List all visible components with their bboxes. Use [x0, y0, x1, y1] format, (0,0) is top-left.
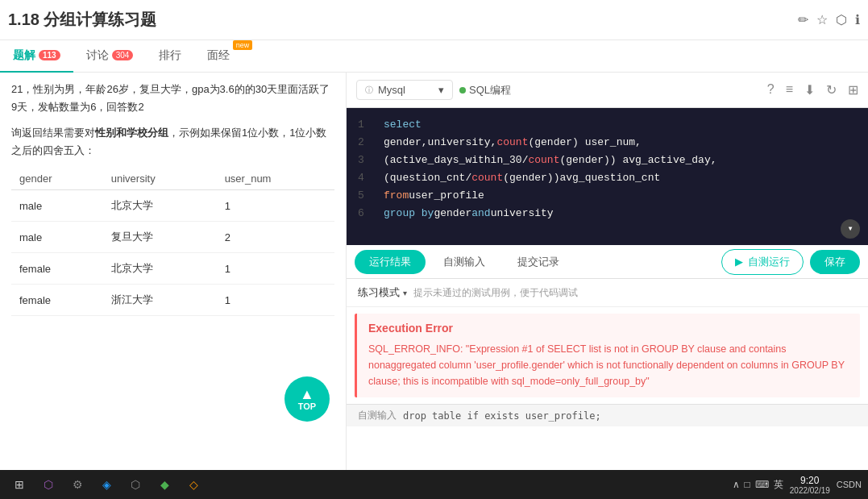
tray-chevron[interactable]: ∧	[733, 479, 740, 490]
tray-csdn: CSDN	[837, 480, 862, 489]
bottom-bar: 自测输入 drop table if exists user_profile;	[347, 404, 868, 426]
taskbar-start[interactable]: ⊞	[6, 473, 32, 496]
taskbar-item-2[interactable]: ⚙	[64, 473, 90, 496]
scroll-down-btn[interactable]: ▾	[841, 219, 860, 239]
tray-keyboard[interactable]: ⌨	[755, 479, 769, 490]
taskbar-icon-5: ◆	[160, 478, 169, 491]
taskbar-item-3[interactable]: ◈	[93, 473, 119, 496]
info-icon[interactable]: ℹ	[855, 12, 860, 27]
cell-gender: male	[11, 222, 103, 253]
taskbar-item-6[interactable]: ◇	[181, 473, 206, 496]
sql-dot	[459, 87, 466, 94]
result-tab-right: ▶ 自测运行 保存	[721, 249, 860, 275]
table-row: male复旦大学2	[11, 222, 334, 253]
tab-ranking[interactable]: 排行	[146, 40, 194, 73]
list-icon[interactable]: ≡	[786, 82, 793, 98]
left-panel: 21，性别为男，年龄26岁，复旦大学，gpa为3.6的的30天里面活跃了9天，发…	[0, 73, 347, 470]
taskbar-icon-3: ◈	[102, 478, 111, 491]
tab-discuss-count: 304	[112, 50, 134, 60]
code-line-4: 4 (question_cnt/count(gender))avg_questi…	[358, 169, 857, 187]
practice-mode-label[interactable]: 练习模式 ▾	[358, 285, 407, 300]
nav-icons: ✏ ☆ ⬡ ℹ	[798, 12, 860, 27]
table-row: female浙江大学1	[11, 285, 334, 316]
db-selector-dot: ⓘ	[365, 85, 373, 96]
table-row: female北京大学1	[11, 253, 334, 285]
sql-label: SQL编程	[459, 83, 511, 98]
taskbar-start-icon: ⊞	[15, 478, 24, 491]
taskbar-item-5[interactable]: ◆	[152, 473, 177, 496]
run-button[interactable]: ▶ 自测运行	[721, 249, 804, 275]
right-toolbar: ⓘ Mysql ▾ SQL编程 ? ≡ ⬇ ↻ ⊞	[347, 73, 868, 108]
share-icon[interactable]: ⬡	[836, 12, 847, 27]
chevron-down-icon: ▾	[438, 84, 444, 96]
run-btn-label: 自测运行	[748, 255, 790, 269]
tab-new-badge: new	[233, 40, 253, 50]
problem-text-1: 21，性别为男，年龄26岁，复旦大学，gpa为3.6的的30天里面活跃了9天，发…	[11, 81, 334, 116]
top-btn-label: TOP	[298, 401, 316, 411]
cell-university: 浙江大学	[103, 285, 217, 316]
tab-interview[interactable]: 面经 new	[194, 40, 252, 73]
db-selector-label: Mysql	[378, 84, 405, 96]
top-button[interactable]: ▲ TOP	[284, 376, 330, 422]
download-icon[interactable]: ⬇	[804, 82, 815, 98]
cell-user_num: 1	[217, 285, 334, 316]
top-arrow-icon: ▲	[300, 387, 314, 401]
taskbar-icon-2: ⚙	[73, 478, 83, 491]
problem-text-2: 询返回结果需要对性别和学校分组，示例如果保留1位小数，1位小数之后的四舍五入：	[11, 124, 334, 160]
col-usernum: user_num	[217, 168, 334, 190]
taskbar-item-4[interactable]: ⬡	[123, 473, 148, 496]
code-line-5: 5 from user_profile	[358, 187, 857, 205]
edit-icon[interactable]: ✏	[798, 12, 808, 27]
taskbar-right: ∧ □ ⌨ 英 9:20 2022/02/19 CSDN	[733, 475, 862, 495]
cell-gender: male	[11, 190, 103, 222]
code-editor[interactable]: 1 select 2 gender,university,count(gende…	[347, 108, 868, 245]
save-button[interactable]: 保存	[810, 250, 860, 274]
cell-university: 北京大学	[103, 253, 217, 285]
taskbar-icon-1: ⬡	[44, 478, 53, 491]
taskbar-icon-6: ◇	[189, 478, 198, 491]
tab-timu-label: 题解	[13, 48, 35, 63]
table-row: male北京大学1	[11, 190, 334, 222]
tab-timu[interactable]: 题解 113	[0, 40, 73, 73]
tab-ranking-label: 排行	[159, 48, 181, 63]
page-title: 1.18 分组计算练习题	[8, 9, 156, 31]
tray-icons: ∧ □ ⌨ 英	[733, 478, 783, 492]
main-content: 21，性别为男，年龄26岁，复旦大学，gpa为3.6的的30天里面活跃了9天，发…	[0, 73, 868, 470]
tray-lang[interactable]: 英	[774, 478, 783, 492]
tab-discuss[interactable]: 讨论 304	[73, 40, 147, 73]
tab-self-test[interactable]: 自测输入	[429, 250, 500, 274]
error-message: SQL_ERROR_INFO: "Expression #1 of SELECT…	[368, 341, 849, 389]
practice-mode-arrow: ▾	[403, 289, 407, 297]
cell-gender: female	[11, 253, 103, 285]
fullscreen-icon[interactable]: ⊞	[848, 82, 858, 98]
star-icon[interactable]: ☆	[816, 12, 828, 27]
result-tabs: 运行结果 自测输入 提交记录 ▶ 自测运行 保存	[347, 245, 868, 279]
bottom-bar-code: drop table if exists user_profile;	[403, 410, 601, 422]
play-icon: ▶	[735, 256, 743, 268]
sql-label-text: SQL编程	[469, 83, 511, 98]
cell-gender: female	[11, 285, 103, 316]
example-table: gender university user_num male北京大学1male…	[11, 168, 334, 316]
tab-interview-label: 面经	[207, 48, 230, 63]
tab-run-result[interactable]: 运行结果	[355, 250, 426, 274]
code-line-6: 6 group by gender and university	[358, 205, 857, 222]
taskbar-time: 9:20	[800, 475, 819, 486]
code-line-1: 1 select	[358, 116, 857, 134]
cell-user_num: 1	[217, 190, 334, 222]
bottom-bar-label: 自测输入	[358, 409, 397, 422]
taskbar-clock: 9:20 2022/02/19	[790, 475, 830, 495]
practice-mode-hint: 提示未通过的测试用例，便于代码调试	[413, 286, 578, 300]
toolbar-icons: ? ≡ ⬇ ↻ ⊞	[767, 82, 858, 98]
tray-network[interactable]: □	[745, 479, 750, 490]
error-title: Execution Error	[368, 322, 849, 335]
taskbar-item-1[interactable]: ⬡	[35, 473, 61, 496]
help-icon[interactable]: ?	[767, 82, 775, 98]
tab-submit-record[interactable]: 提交记录	[503, 250, 574, 274]
error-area: Execution Error SQL_ERROR_INFO: "Express…	[355, 314, 860, 397]
refresh-icon[interactable]: ↻	[826, 82, 837, 98]
tab-discuss-label: 讨论	[86, 48, 109, 63]
tab-timu-count: 113	[39, 50, 60, 60]
db-selector[interactable]: ⓘ Mysql ▾	[356, 80, 453, 100]
taskbar-date: 2022/02/19	[790, 486, 830, 495]
right-panel: ⓘ Mysql ▾ SQL编程 ? ≡ ⬇ ↻ ⊞ 1 select	[347, 73, 868, 470]
